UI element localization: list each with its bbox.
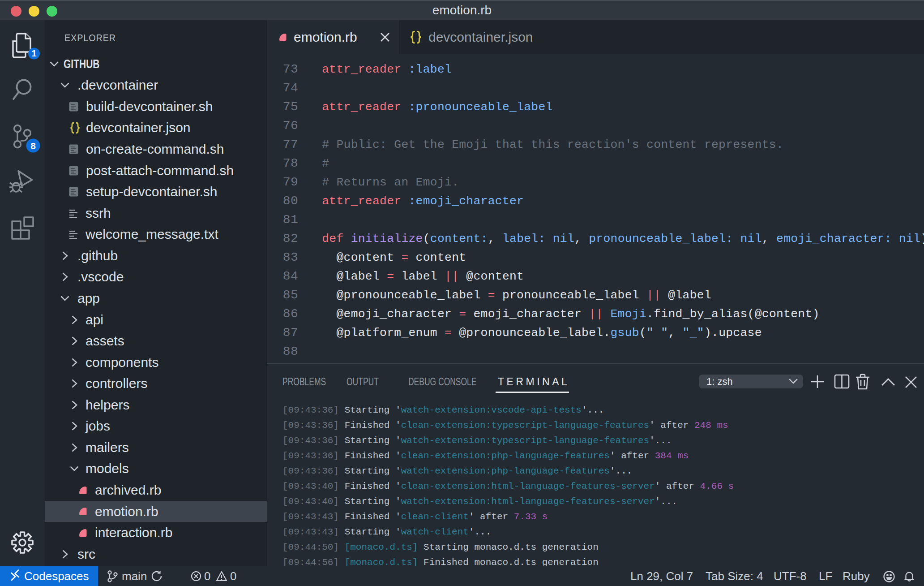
svg-text:1: 1 <box>31 48 36 58</box>
svg-text:8: 8 <box>30 141 36 151</box>
